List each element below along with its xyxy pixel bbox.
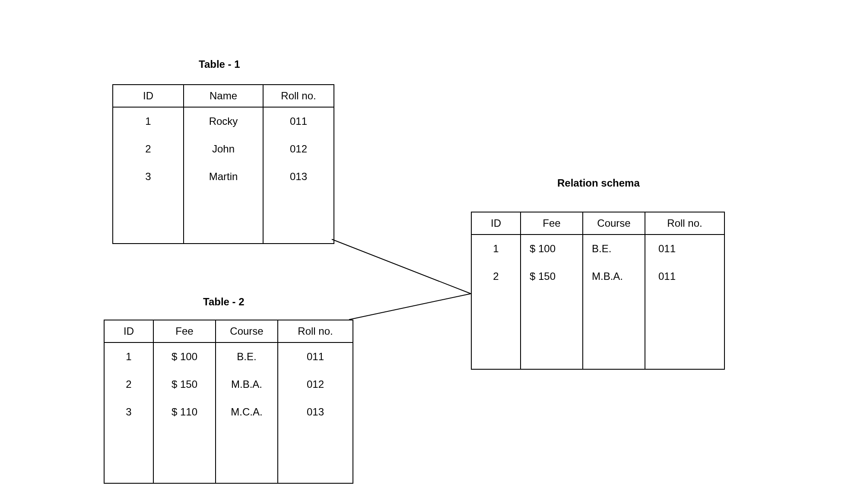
cell: 3 <box>104 398 153 426</box>
table-row: 1 $ 100 B.E. 011 <box>104 342 353 371</box>
cell-empty <box>184 190 263 244</box>
cell: 012 <box>263 135 334 163</box>
cell: 013 <box>278 398 353 426</box>
cell-empty <box>263 190 334 244</box>
table-1-header-rollno: Roll no. <box>263 85 334 107</box>
cell: 011 <box>278 342 353 371</box>
table-row: ID Fee Course Roll no. <box>471 212 724 235</box>
cell-empty <box>113 190 184 244</box>
cell-empty <box>104 426 153 483</box>
table-row <box>113 190 334 244</box>
cell: $ 150 <box>521 263 583 290</box>
table-1-title: Table - 1 <box>199 58 240 70</box>
cell-empty <box>645 290 724 369</box>
cell-empty <box>521 290 583 369</box>
table-1: ID Name Roll no. 1 Rocky 011 2 John 012 … <box>112 84 334 244</box>
relation-header-id: ID <box>471 212 521 235</box>
cell: 011 <box>645 263 724 290</box>
cell: B.E. <box>216 342 278 371</box>
table-2-header-course: Course <box>216 320 278 342</box>
table-2: ID Fee Course Roll no. 1 $ 100 B.E. 011 … <box>104 320 353 484</box>
cell: M.B.A. <box>583 263 645 290</box>
cell: 1 <box>471 235 521 263</box>
cell: B.E. <box>583 235 645 263</box>
relation-schema-title: Relation schema <box>557 177 640 189</box>
table-row: 3 Martin 013 <box>113 163 334 190</box>
table-row: 1 $ 100 B.E. 011 <box>471 235 724 263</box>
cell-empty <box>153 426 216 483</box>
relation-header-course: Course <box>583 212 645 235</box>
table-row: ID Fee Course Roll no. <box>104 320 353 342</box>
table-row: 1 Rocky 011 <box>113 107 334 135</box>
table-2-header-rollno: Roll no. <box>278 320 353 342</box>
cell: 1 <box>104 342 153 371</box>
connector-table1-to-relation <box>332 239 471 294</box>
cell: 3 <box>113 163 184 190</box>
table-row <box>471 290 724 369</box>
cell: $ 150 <box>153 371 216 398</box>
relation-header-fee: Fee <box>521 212 583 235</box>
table-2-header-id: ID <box>104 320 153 342</box>
cell: M.C.A. <box>216 398 278 426</box>
cell: John <box>184 135 263 163</box>
cell: 2 <box>104 371 153 398</box>
cell: 2 <box>113 135 184 163</box>
cell: $ 100 <box>521 235 583 263</box>
cell: 2 <box>471 263 521 290</box>
cell: 011 <box>263 107 334 135</box>
relation-header-rollno: Roll no. <box>645 212 724 235</box>
cell-empty <box>216 426 278 483</box>
relation-schema-table: ID Fee Course Roll no. 1 $ 100 B.E. 011 … <box>471 212 725 370</box>
cell: 012 <box>278 371 353 398</box>
cell: 1 <box>113 107 184 135</box>
table-row: ID Name Roll no. <box>113 85 334 107</box>
table-row: 2 $ 150 M.B.A. 011 <box>471 263 724 290</box>
cell: $ 110 <box>153 398 216 426</box>
table-1-header-name: Name <box>184 85 263 107</box>
cell: 011 <box>645 235 724 263</box>
table-1-header-id: ID <box>113 85 184 107</box>
cell-empty <box>471 290 521 369</box>
cell-empty <box>278 426 353 483</box>
cell: M.B.A. <box>216 371 278 398</box>
table-2-title: Table - 2 <box>203 296 245 308</box>
connector-table2-to-relation <box>349 294 471 320</box>
table-row: 2 $ 150 M.B.A. 012 <box>104 371 353 398</box>
cell: Martin <box>184 163 263 190</box>
table-row: 3 $ 110 M.C.A. 013 <box>104 398 353 426</box>
table-row <box>104 426 353 483</box>
table-row: 2 John 012 <box>113 135 334 163</box>
cell: 013 <box>263 163 334 190</box>
cell: Rocky <box>184 107 263 135</box>
cell: $ 100 <box>153 342 216 371</box>
cell-empty <box>583 290 645 369</box>
table-2-header-fee: Fee <box>153 320 216 342</box>
